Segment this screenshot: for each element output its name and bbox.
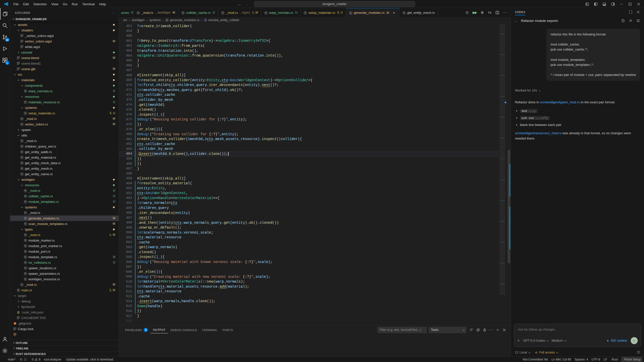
file-link[interactable]: src/worldgen/resources/_mod.rs	[515, 131, 561, 135]
breadcrumb-systems[interactable]: systems	[149, 18, 161, 22]
menu-view[interactable]: View	[49, 2, 61, 7]
code-line-474[interactable]: 474 .get(&mesh3d)	[119, 102, 499, 107]
diff-icon[interactable]	[487, 9, 493, 16]
status-update-available-click-to-down[interactable]: Update available, click to download.	[63, 357, 116, 362]
clear-output-icon[interactable]	[475, 327, 481, 333]
activity-run-debug[interactable]	[0, 43, 10, 54]
model-select[interactable]: GPT-5.3-Codex	[523, 339, 548, 342]
code-line-468[interactable]: 468 #[instrument(skip_all)]	[119, 73, 499, 78]
code-line-471[interactable]: 471 let mesh3d = ctx.meshes_query.get(fi…	[119, 87, 499, 93]
tab-warp_normals.rs[interactable]: R warp_normals.rs U	[261, 8, 301, 17]
command-center-search[interactable]	[254, 1, 415, 7]
code-line-479[interactable]: 479 .or_else(|| {	[119, 127, 499, 132]
code-line-515[interactable]: 515 Some(handle)	[119, 304, 499, 309]
tree-item-scan_module_templates.rs[interactable]: Rscan_module_templates.rsM	[10, 221, 119, 227]
tree-item-.gitignore[interactable]: .gitignore	[10, 321, 119, 326]
activity-extensions[interactable]: 1	[0, 54, 10, 66]
toggle-sidebar-icon[interactable]	[592, 1, 599, 7]
status-main-[interactable]: main*	[5, 357, 17, 362]
tab-generate_modules.rs[interactable]: R generate_modules.rs M ×	[346, 8, 399, 17]
more-icon[interactable]: ···	[488, 327, 494, 333]
code-line-509[interactable]: 509 debug!("Creating material with new v…	[119, 274, 499, 279]
tree-item-children_query_ext.rs[interactable]: Rchildren_query_ext.rs	[10, 144, 119, 149]
minimize-icon[interactable]	[618, 1, 625, 7]
code-line-461[interactable]: 461 fn bevy_to_pose(transform: &Transfor…	[119, 38, 499, 43]
tree-item-materials_resource.rs[interactable]: Rmaterials_resource.rsU	[10, 99, 119, 105]
status-spaces-4[interactable]: Spaces: 4	[573, 357, 590, 362]
explorer-root[interactable]: DUNGEON_CRAWLER	[10, 16, 119, 22]
code-line-500[interactable]: 500 let scale = warp_normals.voronoi_sca…	[119, 230, 499, 235]
tree-item-get_entity_mesh_data.rs[interactable]: Rget_entity_mesh_data.rs	[10, 160, 119, 166]
attach-button[interactable]: +	[517, 338, 520, 343]
editor-scrollbar[interactable]	[507, 23, 511, 325]
code-line-480[interactable]: 480 debug!("Creating new collider for {:…	[119, 132, 499, 137]
tree-item-vertex_colors.rs[interactable]: Rvertex_colors.rsM	[10, 121, 119, 127]
tree-item-warp_normals.rs[interactable]: Rwarp_normals.rsU	[10, 88, 119, 94]
tree-item-systems[interactable]: systems	[10, 204, 119, 210]
code-line-470[interactable]: 470 let first_child = ctx.children_query…	[119, 83, 499, 88]
history-icon[interactable]	[620, 17, 626, 24]
breadcrumb-resolve_entity_collider[interactable]: resolve_entity_collider	[204, 18, 239, 22]
menu-terminal[interactable]: Terminal	[80, 2, 97, 7]
lock-scroll-icon[interactable]	[481, 327, 488, 333]
tree-item-assets[interactable]: assets	[10, 22, 119, 27]
split-editor-icon[interactable]	[494, 9, 501, 16]
tree-item-get_entity_name.rs[interactable]: Rget_entity_name.rs	[10, 171, 119, 177]
tree-item-_mod.rs[interactable]: R_mod.rs	[10, 138, 119, 144]
breadcrumb-src[interactable]: src	[123, 18, 127, 22]
tree-item-module_template.rs[interactable]: Rmodule_template.rsU	[10, 254, 119, 260]
output-filter-input[interactable]	[377, 327, 427, 333]
tree-item-types[interactable]: types	[10, 227, 119, 232]
code-line-469[interactable]: 469 fn resolve_entity_collider(entity: E…	[119, 78, 499, 83]
code-line-483[interactable]: 483 .collider_by_mesh	[119, 147, 499, 152]
code-line-466[interactable]: 466 }	[119, 63, 499, 68]
tab-collider_cache.rs[interactable]: R collider_cache.rs U	[178, 8, 218, 17]
tree-item-module_port_marker.rs[interactable]: Rmodule_port_marker.rs	[10, 243, 119, 249]
tree-item-_mod.rs[interactable]: R_mod.rsU	[10, 188, 119, 193]
toggle-panel-icon[interactable]	[601, 1, 608, 7]
panel-tab-debug-console[interactable]: DEBUG CONSOLE	[168, 327, 200, 333]
status-remote[interactable]	[2, 357, 5, 362]
tree-item-shaders[interactable]: shaders	[10, 27, 119, 33]
code-line-513[interactable]: 513 .cache	[119, 294, 499, 299]
code-line-495[interactable]: 495 .children_query	[119, 205, 499, 210]
code-line-512[interactable]: 512 ctx.material_resource	[119, 289, 499, 294]
new-chat-icon[interactable]	[635, 17, 641, 24]
menu-edit[interactable]: Edit	[21, 2, 31, 7]
status-rust[interactable]: Rust	[609, 357, 620, 362]
tree-item-worldgen[interactable]: worldgen	[10, 177, 119, 182]
panel-tab-output[interactable]: OUTPUT	[150, 326, 168, 333]
menu-go[interactable]: Go	[61, 2, 69, 7]
activity-search[interactable]	[0, 20, 10, 31]
code-line-477[interactable]: 477 debug!("Reusing existing collider fo…	[119, 117, 499, 122]
tree-item-scene.glb[interactable]: scene.glbM	[10, 66, 119, 72]
status-ln-484-col-65[interactable]: Ln 484, Col 65	[550, 357, 573, 362]
code-line-478[interactable]: 478 })	[119, 122, 499, 127]
menu-selection[interactable]: Selection	[31, 2, 49, 7]
tree-item-module_templates.rs[interactable]: Rmodule_templates.rsU	[10, 199, 119, 204]
tree-item-resources[interactable]: resources	[10, 182, 119, 188]
run-icon[interactable]: ▶▶	[471, 9, 478, 16]
tree-item-src[interactable]: src	[10, 72, 119, 77]
code-line-463[interactable]: 463 transform.translation.into(),	[119, 48, 499, 53]
code-line-497[interactable]: 497 .next()	[119, 215, 499, 220]
code-line-490[interactable]: 490 fn resolve_entity_material(	[119, 181, 499, 186]
tree-item-get_entity_aabb.rs[interactable]: Rget_entity_aabb.rs	[10, 149, 119, 155]
panel-tab-problems[interactable]: PROBLEMS 8	[123, 326, 150, 334]
code-line-511[interactable]: 511 let handle = ctx.material_assets_res…	[119, 284, 499, 289]
code-line-485[interactable]: 485 })	[119, 156, 499, 161]
tree-item-CACHEDIR.TAG[interactable]: CACHEDIR.TAG	[10, 315, 119, 321]
panel-tab-ports[interactable]: PORTS	[220, 327, 235, 333]
code-line-494[interactable]: 494 let warp_normals = ctx	[119, 201, 499, 206]
expand-icon[interactable]	[627, 9, 634, 15]
code-line-493[interactable]: 493 ) -> Option<Handle<VertexColorMateri…	[119, 196, 499, 201]
status-0[interactable]: 0 8	[29, 357, 42, 362]
code-line-502[interactable]: 502 .cache	[119, 240, 499, 245]
back-icon[interactable]: ←	[513, 19, 518, 23]
code-line-476[interactable]: 476 .inspect(|_| {	[119, 112, 499, 117]
tab-get_entity_mesh.rs[interactable]: R get_entity_mesh.rs	[399, 8, 438, 17]
codex-tab[interactable]: CODEX	[515, 11, 525, 15]
code-line-514[interactable]: 514 .insert(warp_normals, handle.clone()…	[119, 299, 499, 304]
tree-item-_mod.rs[interactable]: R_mod.rsM	[10, 282, 119, 287]
panel-tab-terminal[interactable]: TERMINAL	[199, 327, 220, 333]
